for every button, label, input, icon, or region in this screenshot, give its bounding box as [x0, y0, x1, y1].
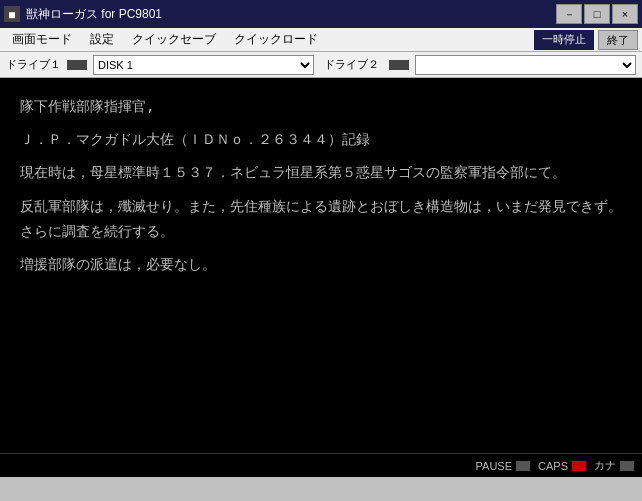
title-bar: ■ 獣神ローガス for PC9801 － □ ×	[0, 0, 642, 28]
main-content: 隊下作戦部隊指揮官, Ｊ．Ｐ．マクガドル大佐（ＩＤＮｏ．２６３４４）記録 現在時…	[0, 78, 642, 477]
menu-quick-load[interactable]: クイックロード	[226, 29, 326, 50]
restore-button[interactable]: □	[584, 4, 610, 24]
pause-button[interactable]: 一時停止	[534, 30, 594, 50]
drive-bar: ドライブ１ DISK 1 ドライブ２	[0, 52, 642, 78]
drive2-indicator	[389, 60, 409, 70]
menu-right: 一時停止 終了	[534, 30, 638, 50]
window-title: 獣神ローガス for PC9801	[26, 6, 162, 23]
minimize-button[interactable]: －	[556, 4, 582, 24]
game-line-6: 反乱軍部隊は，殲滅せり。また，先住種族による遺跡とおぼしき構造物は，いまだ発見で…	[20, 194, 622, 244]
menu-settings[interactable]: 設定	[82, 29, 122, 50]
drive1-label: ドライブ１	[6, 57, 61, 72]
drive1-indicator	[67, 60, 87, 70]
pause-dot	[516, 461, 530, 471]
game-text-area: 隊下作戦部隊指揮官, Ｊ．Ｐ．マクガドル大佐（ＩＤＮｏ．２６３４４）記録 現在時…	[0, 78, 642, 453]
caps-label: CAPS	[538, 460, 568, 472]
game-line-4: 現在時は，母星標準時１５３７．ネビュラ恒星系第５惑星サゴスの監察軍指令部にて。	[20, 160, 622, 185]
caps-status: CAPS	[538, 460, 586, 472]
menu-items: 画面モード 設定 クイックセーブ クイックロード	[4, 29, 326, 50]
kana-status: カナ	[594, 458, 634, 473]
close-button[interactable]: ×	[612, 4, 638, 24]
title-bar-left: ■ 獣神ローガス for PC9801	[4, 6, 162, 23]
game-line-2: Ｊ．Ｐ．マクガドル大佐（ＩＤＮｏ．２６３４４）記録	[20, 127, 622, 152]
menu-screen-mode[interactable]: 画面モード	[4, 29, 80, 50]
app-icon: ■	[4, 6, 20, 22]
status-bar: PAUSE CAPS カナ	[0, 453, 642, 477]
menu-quick-save[interactable]: クイックセーブ	[124, 29, 224, 50]
kana-label: カナ	[594, 458, 616, 473]
pause-status: PAUSE	[476, 460, 530, 472]
pause-label: PAUSE	[476, 460, 512, 472]
game-line-8: 増援部隊の派遣は，必要なし。	[20, 252, 622, 277]
exit-button[interactable]: 終了	[598, 30, 638, 50]
game-line-1: 隊下作戦部隊指揮官,	[20, 94, 622, 119]
drive1-select[interactable]: DISK 1	[93, 55, 314, 75]
menu-bar: 画面モード 設定 クイックセーブ クイックロード 一時停止 終了	[0, 28, 642, 52]
drive2-label: ドライブ２	[324, 57, 379, 72]
title-bar-controls: － □ ×	[556, 4, 638, 24]
drive2-select[interactable]	[415, 55, 636, 75]
kana-dot	[620, 461, 634, 471]
caps-dot	[572, 461, 586, 471]
